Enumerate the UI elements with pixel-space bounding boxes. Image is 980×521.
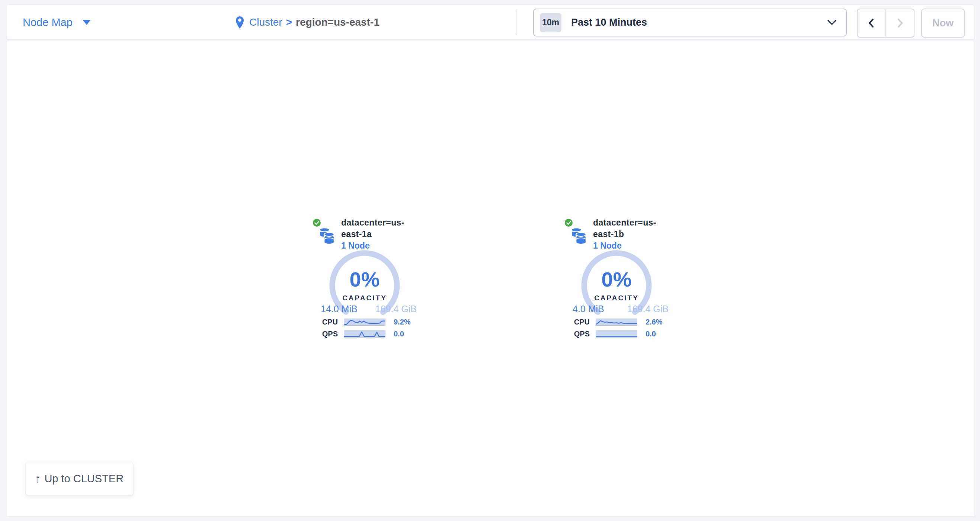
view-selector-dropdown[interactable]: Node Map [23, 5, 91, 40]
locality-card-us-east-1b[interactable]: datacenter=us-east-1b 1 Node 0% CAPACITY… [565, 215, 668, 340]
cpu-value: 2.6% [646, 318, 663, 327]
capacity-label: CAPACITY [329, 294, 400, 302]
chevron-right-icon [896, 18, 904, 28]
cpu-label: CPU [565, 318, 590, 327]
breadcrumb-cluster-link[interactable]: Cluster [249, 16, 282, 28]
breadcrumb-separator: > [286, 16, 292, 28]
node-map-canvas: datacenter=us-east-1a 1 Node 0% CAPACITY… [6, 41, 975, 516]
cpu-sparkline [344, 319, 385, 326]
qps-value: 0.0 [394, 330, 404, 338]
cpu-metric-row: CPU 2.6% [565, 318, 668, 326]
qps-metric-row: QPS 0.0 [565, 330, 668, 338]
capacity-percent: 0% [581, 267, 652, 292]
cpu-sparkline [596, 319, 637, 326]
database-stack-icon [570, 226, 587, 244]
capacity-values: 14.0 MiB 169.4 GiB [313, 303, 417, 314]
breadcrumb-current-locality: region=us-east-1 [296, 16, 380, 28]
locality-titles: datacenter=us-east-1b 1 Node [593, 217, 668, 251]
up-to-cluster-label: Up to CLUSTER [44, 473, 124, 485]
cpu-label: CPU [313, 318, 338, 327]
qps-sparkline [596, 330, 637, 338]
capacity-total: 169.4 GiB [627, 303, 668, 314]
locality-title: datacenter=us-east-1b [593, 217, 668, 240]
locality-node-count: 1 Node [341, 240, 417, 251]
locality-titles: datacenter=us-east-1a 1 Node [341, 217, 417, 251]
database-stack-icon [318, 226, 336, 244]
time-window-badge: 10m [540, 13, 562, 32]
cpu-value: 9.2% [394, 318, 411, 327]
capacity-percent: 0% [329, 267, 400, 292]
qps-label: QPS [565, 330, 590, 338]
node-map-page: Node Map Cluster > region=us-east-1 10m … [0, 0, 980, 521]
qps-value: 0.0 [646, 330, 656, 338]
header-divider [515, 9, 516, 35]
chevron-down-icon [827, 20, 836, 25]
toolbar: Node Map Cluster > region=us-east-1 10m … [6, 5, 975, 40]
locality-title: datacenter=us-east-1a [341, 217, 417, 240]
chevron-left-icon [867, 18, 875, 28]
capacity-label: CAPACITY [581, 294, 652, 302]
healthy-check-icon [312, 218, 322, 228]
arrow-up-icon: ↑ [35, 473, 41, 484]
capacity-used: 14.0 MiB [321, 303, 358, 314]
now-button[interactable]: Now [921, 8, 965, 38]
qps-metric-row: QPS 0.0 [313, 330, 417, 338]
cpu-metric-row: CPU 9.2% [313, 318, 417, 326]
time-prev-button[interactable] [858, 9, 886, 37]
breadcrumb: Cluster > region=us-east-1 [236, 5, 380, 40]
locality-card-us-east-1a[interactable]: datacenter=us-east-1a 1 Node 0% CAPACITY… [313, 215, 417, 340]
location-pin-icon [236, 16, 244, 29]
up-to-cluster-button[interactable]: ↑ Up to CLUSTER [25, 462, 133, 496]
capacity-total: 169.4 GiB [375, 303, 417, 314]
time-pager [857, 8, 915, 38]
time-window-dropdown[interactable]: 10m Past 10 Minutes [533, 8, 847, 37]
time-window-label: Past 10 Minutes [571, 17, 647, 28]
qps-label: QPS [313, 330, 338, 338]
time-next-button[interactable] [886, 9, 914, 37]
capacity-used: 4.0 MiB [573, 303, 604, 314]
healthy-check-icon [564, 218, 574, 228]
qps-sparkline [344, 330, 385, 338]
locality-node-count: 1 Node [593, 240, 668, 251]
capacity-values: 4.0 MiB 169.4 GiB [565, 303, 668, 314]
view-selector-label: Node Map [23, 16, 73, 29]
caret-down-icon [83, 20, 91, 25]
